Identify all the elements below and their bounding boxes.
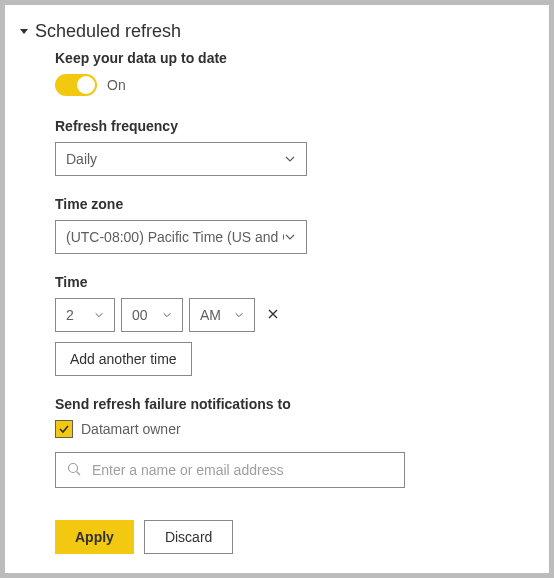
keep-data-toggle[interactable]	[55, 74, 97, 96]
chevron-down-icon	[284, 153, 296, 165]
frequency-value: Daily	[66, 151, 97, 167]
chevron-down-icon	[234, 310, 244, 320]
chevron-down-icon	[284, 231, 296, 243]
remove-time-button[interactable]	[261, 306, 285, 324]
section-title: Scheduled refresh	[35, 21, 181, 42]
minute-value: 00	[132, 307, 148, 323]
discard-button[interactable]: Discard	[144, 520, 233, 554]
hour-value: 2	[66, 307, 74, 323]
owner-checkbox-row: Datamart owner	[55, 420, 521, 438]
ampm-select[interactable]: AM	[189, 298, 255, 332]
frequency-select[interactable]: Daily	[55, 142, 307, 176]
scheduled-refresh-panel: Scheduled refresh Keep your data up to d…	[4, 4, 550, 574]
apply-button[interactable]: Apply	[55, 520, 134, 554]
timezone-select[interactable]: (UTC-08:00) Pacific Time (US and Canada)	[55, 220, 307, 254]
notifications-group: Send refresh failure notifications to Da…	[55, 396, 521, 488]
toggle-state-label: On	[107, 77, 126, 93]
notification-recipient-field[interactable]	[55, 452, 405, 488]
timezone-value: (UTC-08:00) Pacific Time (US and Canada)	[66, 229, 284, 245]
timezone-label: Time zone	[55, 196, 521, 212]
notifications-label: Send refresh failure notifications to	[55, 396, 521, 412]
frequency-label: Refresh frequency	[55, 118, 521, 134]
section-content: Keep your data up to date On Refresh fre…	[55, 50, 521, 554]
frequency-group: Refresh frequency Daily	[55, 118, 521, 176]
notification-recipient-input[interactable]	[92, 462, 394, 478]
chevron-down-icon	[94, 310, 104, 320]
keep-data-label: Keep your data up to date	[55, 50, 521, 66]
footer-buttons: Apply Discard	[55, 520, 521, 554]
search-icon	[66, 461, 82, 480]
chevron-down-icon	[162, 310, 172, 320]
time-label: Time	[55, 274, 521, 290]
ampm-value: AM	[200, 307, 221, 323]
hour-select[interactable]: 2	[55, 298, 115, 332]
owner-checkbox[interactable]	[55, 420, 73, 438]
owner-checkbox-label: Datamart owner	[81, 421, 181, 437]
time-group: Time 2 00 AM	[55, 274, 521, 376]
svg-point-0	[69, 463, 78, 472]
toggle-row: On	[55, 74, 521, 96]
time-row: 2 00 AM	[55, 298, 521, 332]
collapse-icon	[19, 27, 29, 37]
timezone-group: Time zone (UTC-08:00) Pacific Time (US a…	[55, 196, 521, 254]
section-header[interactable]: Scheduled refresh	[19, 21, 521, 42]
add-time-button[interactable]: Add another time	[55, 342, 192, 376]
minute-select[interactable]: 00	[121, 298, 183, 332]
